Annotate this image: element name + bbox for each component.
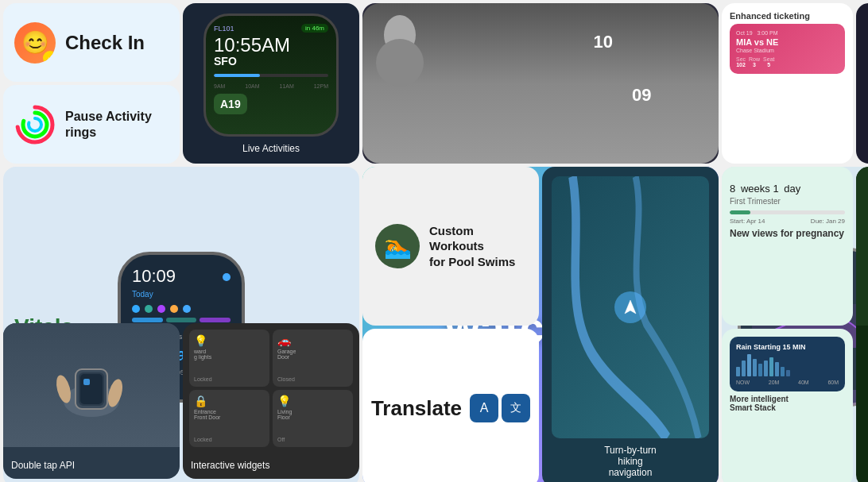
translate-a-icon: A <box>470 394 498 422</box>
flight-progress-bar <box>214 74 328 77</box>
widget-floor: 💡 Living Floor Off <box>273 390 353 447</box>
pregnancy-trimester: First Trimester <box>730 197 845 206</box>
pregnancy-start: Start: Apr 14 <box>730 218 765 225</box>
widget-frontdoor: 🔒 Entrance Front Door Locked <box>189 390 269 447</box>
frontdoor-status: Locked <box>194 437 265 442</box>
frontdoor-label: Entrance <box>194 409 265 415</box>
widget-garage: 🚗 Garage Door Closed <box>273 330 353 387</box>
watch-face-3: 10 09 <box>585 23 661 114</box>
widget-lights: 💡 ward g lights Locked <box>189 330 269 387</box>
pregnancy-dates: Start: Apr 14 Due: Jan 29 <box>730 218 845 225</box>
activity-rings <box>14 104 56 145</box>
photos-face-card: 10 09 WED 11 10 09 <box>362 3 719 164</box>
garage-status: Closed <box>277 376 348 382</box>
distance-card: Ohlone Wilderness Trail Distance and rou… <box>856 167 868 482</box>
checkin-title: Check In <box>65 32 145 54</box>
smart-stack-title: More intelligent Smart Stack <box>730 395 845 412</box>
live-activities-watch: FL101 in 46m 10:55AM SFO 9AM 10AM 11AM 1… <box>203 13 339 137</box>
translate-icons: A 文 <box>470 394 530 422</box>
ticket-time: 3:00 PM <box>757 30 777 36</box>
flight-from: SFO <box>214 55 328 67</box>
double-tap-label: Double tap API <box>11 460 172 471</box>
photos-watches: 10 09 WED 11 10 09 <box>421 23 661 114</box>
distance-map-svg: Ohlone Wilderness Trail <box>856 167 868 326</box>
ticket-game: MIA vs NE <box>736 37 839 47</box>
flight-label: FL101 <box>214 25 234 33</box>
pregnancy-days: 1 <box>773 183 778 195</box>
avatar: 😊 <box>14 22 56 64</box>
ticket-date: Oct 19 <box>736 30 753 36</box>
widget-items-grid: 💡 ward g lights Locked 🚗 Garage Door Clo… <box>189 330 353 447</box>
pregnancy-progress-bar <box>730 210 845 214</box>
lights-icon: 💡 <box>194 334 265 347</box>
pause-card: Pause Activity rings <box>3 85 180 164</box>
garage-icon: 🚗 <box>277 334 348 347</box>
gate-time: in 46m <box>301 24 328 33</box>
svg-point-11 <box>29 118 41 131</box>
hand-svg <box>44 345 139 425</box>
hiking-map-svg <box>552 176 709 438</box>
translate-label: Translate <box>371 396 462 421</box>
live-activities-card: FL101 in 46m 10:55AM SFO 9AM 10AM 11AM 1… <box>183 3 359 164</box>
lights-label: ward <box>194 349 265 354</box>
pool-swims-card: 🏊 Custom Workouts for Pool Swims <box>362 167 539 326</box>
avatar-emoji: 😊 <box>21 29 49 56</box>
gate-badge: A19 <box>214 94 247 114</box>
smart-stack-card: Rain Starting 15 MIN NOW 20M 40M 60M Mor… <box>722 329 853 482</box>
double-tap-image <box>3 323 180 447</box>
interactive-widgets-label: Interactive widgets <box>191 460 351 471</box>
floor-label: Living <box>277 409 348 415</box>
hiking-map <box>552 176 709 438</box>
ticket-seats: Sec 102 Row 3 Seat 5 <box>736 56 839 67</box>
pool-icon: 🏊 <box>375 224 420 268</box>
lights-status: Locked <box>194 376 265 382</box>
smart-stack-detail: Rain Starting 15 MIN NOW 20M 40M 60M <box>730 337 845 391</box>
pregnancy-progress-fill <box>730 210 750 214</box>
floor-status: Off <box>277 437 348 442</box>
double-tap-card: Double tap API <box>3 323 180 479</box>
vitals-bars <box>132 318 231 322</box>
garage-label: Garage <box>277 349 348 354</box>
smart-stack-rain: Rain Starting 15 MIN <box>736 343 839 351</box>
pregnancy-title: New views for pregnancy <box>730 228 845 239</box>
translate-char-icon: 文 <box>502 394 530 422</box>
translate-card: Translate A 文 <box>362 329 539 482</box>
vitals-dots-row <box>132 305 231 313</box>
effort-card: Effort rating Moderate <box>856 3 868 164</box>
svg-point-10 <box>23 113 47 137</box>
live-activities-label: Live Activities <box>242 143 300 154</box>
pool-swims-label: Custom Workouts for Pool Swims <box>429 223 526 270</box>
ticket-venue: Chase Stadium <box>736 48 839 53</box>
flight-times: 9AM 10AM 11AM 12PM <box>214 83 328 89</box>
ticketing-card: Enhanced ticketing Oct 19 3:00 PM MIA vs… <box>722 3 853 164</box>
vitals-dot-indicator <box>223 273 231 281</box>
distance-map-bg: Ohlone Wilderness Trail <box>856 167 868 482</box>
frontdoor-icon: 🔒 <box>194 395 265 407</box>
smart-stack-bars <box>736 354 839 376</box>
flight-progress-fill <box>214 74 260 77</box>
svg-rect-14 <box>856 167 868 326</box>
ticketing-header: Enhanced ticketing <box>730 11 845 21</box>
checkin-card: 😊 Check In <box>3 3 180 82</box>
smart-stack-time-labels: NOW 20M 40M 60M <box>736 380 839 385</box>
pregnancy-weeks: 8 <box>730 183 735 195</box>
hiking-label: Turn-by-turn hiking navigation <box>604 445 657 478</box>
pause-title: Pause Activity rings <box>65 109 169 139</box>
pregnancy-due: Due: Jan 29 <box>811 218 845 225</box>
flight-time: 10:55AM <box>214 36 328 55</box>
floor-icon: 💡 <box>277 395 348 407</box>
pregnancy-card: 8 weeks 1 day First Trimester Start: Apr… <box>722 167 853 326</box>
ticket-detail: Oct 19 3:00 PM MIA vs NE Chase Stadium S… <box>730 24 845 74</box>
svg-rect-22 <box>80 374 103 404</box>
vitals-time: 10:09 <box>132 266 176 287</box>
interactive-widgets-card: 💡 ward g lights Locked 🚗 Garage Door Clo… <box>183 323 359 479</box>
hiking-card: Turn-by-turn hiking navigation <box>542 167 719 482</box>
svg-rect-23 <box>83 379 90 385</box>
vitals-subtitle: Today <box>132 290 231 299</box>
